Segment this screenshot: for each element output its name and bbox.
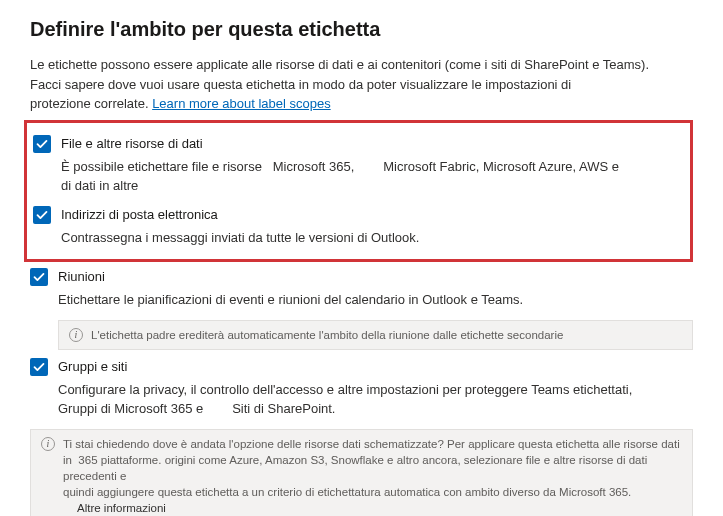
highlighted-options: File e altre risorse di dati È possibile…	[24, 120, 693, 263]
checkmark-icon	[33, 361, 45, 373]
info-icon: i	[69, 328, 83, 342]
info-icon: i	[41, 437, 55, 451]
checkbox-emails[interactable]	[33, 206, 51, 224]
intro-text: Le etichette possono essere applicate al…	[30, 55, 693, 114]
intro-line-1: Le etichette possono essere applicate al…	[30, 57, 649, 72]
meetings-info-bar: i L'etichetta padre erediterà automatica…	[58, 320, 693, 350]
checkmark-icon	[36, 209, 48, 221]
footer-info-bar: i Ti stai chiedendo dove è andata l'opzi…	[30, 429, 693, 516]
learn-more-link[interactable]: Learn more about label scopes	[152, 96, 331, 111]
intro-line-2a: Facci sapere dove vuoi usare questa etic…	[30, 77, 571, 92]
checkbox-meetings[interactable]	[30, 268, 48, 286]
option-files-desc: È possibile etichettare file e risorse M…	[61, 157, 684, 196]
option-groups-row: Gruppi e siti	[30, 358, 693, 376]
option-emails-desc: Contrassegna i messaggi inviati da tutte…	[61, 228, 684, 248]
option-emails-label: Indirizzi di posta elettronica	[61, 206, 218, 222]
option-meetings-label: Riunioni	[58, 268, 105, 284]
option-files-row: File e altre risorse di dati	[33, 135, 684, 153]
option-groups-label: Gruppi e siti	[58, 358, 127, 374]
footer-info-text: Ti stai chiedendo dove è andata l'opzion…	[63, 436, 682, 516]
option-meetings-row: Riunioni	[30, 268, 693, 286]
checkmark-icon	[33, 271, 45, 283]
option-meetings-desc: Etichettare le pianificazioni di eventi …	[58, 290, 693, 310]
checkbox-files[interactable]	[33, 135, 51, 153]
option-groups-desc: Configurare la privacy, il controllo del…	[58, 380, 693, 419]
meetings-info-text: L'etichetta padre erediterà automaticame…	[91, 327, 563, 343]
checkmark-icon	[36, 138, 48, 150]
page-title: Definire l'ambito per questa etichetta	[30, 18, 693, 41]
intro-line-2b: protezione correlate.	[30, 96, 149, 111]
option-emails-row: Indirizzi di posta elettronica	[33, 206, 684, 224]
checkbox-groups[interactable]	[30, 358, 48, 376]
option-files-label: File e altre risorse di dati	[61, 135, 203, 151]
more-info-link[interactable]: Altre informazioni	[77, 502, 166, 514]
